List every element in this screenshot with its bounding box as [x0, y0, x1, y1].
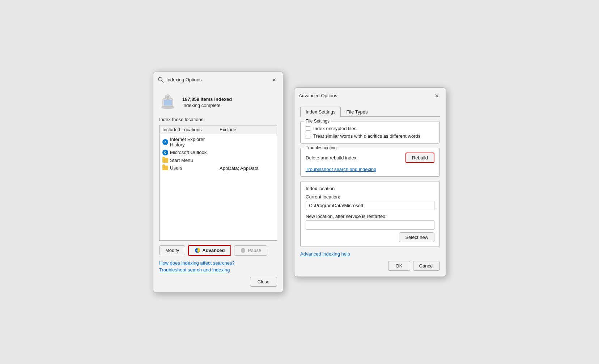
row-exclude — [220, 150, 274, 150]
index-location-header: Index location — [306, 186, 434, 191]
indexing-body: 187,859 items indexed Indexing complete.… — [153, 86, 283, 292]
search-icon — [158, 77, 164, 83]
delete-rebuild-label: Delete and rebuild index — [306, 155, 356, 160]
shield-icon — [195, 248, 200, 253]
ie-icon: e — [162, 139, 168, 145]
links-section: How does indexing affect searches? Troub… — [159, 260, 277, 273]
indexing-help-link[interactable]: How does indexing affect searches? — [159, 260, 277, 266]
adv-ok-cancel: OK Cancel — [300, 261, 440, 271]
index-status-icon — [159, 94, 177, 111]
diacritics-checkbox-row: Treat similar words with diacritics as d… — [306, 133, 434, 139]
row-name-text: Users — [170, 165, 182, 171]
rebuild-row: Delete and rebuild index Rebuild — [306, 153, 434, 163]
current-location-label: Current location: — [306, 194, 434, 200]
diacritics-label: Treat similar words with diacritics as d… — [313, 133, 420, 139]
status-label: Indexing complete. — [182, 103, 232, 108]
table-row: O Microsoft Outlook — [160, 149, 277, 157]
encrypted-label: Index encrypted files — [313, 126, 356, 131]
select-new-button[interactable]: Select new — [399, 232, 434, 242]
file-settings-section: File Settings Index encrypted files Trea… — [300, 121, 440, 144]
indexing-title-left: Indexing Options — [158, 77, 202, 83]
troubleshooting-section: Troubleshooting Delete and rebuild index… — [300, 148, 440, 177]
pause-shield-icon — [240, 248, 246, 253]
advanced-title-text: Advanced Options — [299, 93, 337, 98]
troubleshoot-link[interactable]: Troubleshoot search and indexing — [159, 267, 277, 273]
ok-button[interactable]: OK — [388, 261, 410, 271]
advanced-titlebar: Advanced Options ✕ — [294, 88, 446, 102]
close-area: Close — [159, 277, 277, 287]
pause-button-label: Pause — [248, 248, 261, 253]
table-row: e Internet Explorer History — [160, 136, 277, 149]
close-dialog-button[interactable]: Close — [250, 277, 277, 287]
encrypted-checkbox[interactable] — [306, 126, 310, 131]
new-location-input[interactable] — [306, 220, 434, 230]
tab-file-types[interactable]: File Types — [341, 107, 373, 117]
col-included-header: Included Locations — [162, 127, 220, 132]
outlook-icon: O — [162, 150, 168, 155]
rebuild-button[interactable]: Rebuild — [405, 153, 434, 163]
tabs-bar: Index Settings File Types — [300, 107, 440, 117]
advanced-title-left: Advanced Options — [299, 93, 337, 98]
row-name-text: Internet Explorer History — [170, 137, 220, 147]
tab-index-settings[interactable]: Index Settings — [300, 107, 341, 117]
advanced-button-label: Advanced — [202, 248, 225, 253]
svg-rect-4 — [164, 100, 172, 106]
table-row: Users AppData; AppData — [160, 164, 277, 172]
diacritics-checkbox[interactable] — [306, 134, 310, 138]
row-name: Users — [162, 165, 220, 171]
troubleshoot-search-link[interactable]: Troubleshoot search and indexing — [306, 167, 376, 172]
index-status-text: 187,859 items indexed Indexing complete. — [182, 97, 232, 108]
select-new-row: Select new — [306, 232, 434, 242]
indexing-titlebar: Indexing Options ✕ — [153, 72, 283, 86]
indexing-close-button[interactable]: ✕ — [270, 76, 279, 84]
folder-icon — [162, 158, 168, 163]
advanced-button[interactable]: Advanced — [188, 245, 231, 256]
folder-icon — [162, 166, 168, 170]
current-location-value: C:\ProgramData\Microsoft — [306, 201, 434, 210]
cancel-button[interactable]: Cancel — [413, 261, 440, 271]
status-count: 187,859 items indexed — [182, 97, 232, 102]
pause-button[interactable]: Pause — [234, 245, 267, 256]
locations-table: Included Locations Exclude e Internet Ex… — [159, 125, 277, 241]
svg-line-1 — [162, 81, 163, 82]
index-location-section: Index location Current location: C:\Prog… — [300, 181, 440, 247]
row-exclude — [220, 137, 274, 137]
col-exclude-header: Exclude — [220, 127, 274, 132]
indexing-title-text: Indexing Options — [166, 77, 202, 82]
advanced-close-button[interactable]: ✕ — [433, 91, 441, 100]
row-exclude — [220, 158, 274, 158]
new-location-label: New location, after service is restarted… — [306, 214, 434, 219]
table-row: Start Menu — [160, 157, 277, 164]
file-settings-label: File Settings — [304, 119, 331, 124]
dialog-buttons: Modify Advanced Pause — [159, 245, 277, 256]
indexing-header: 187,859 items indexed Indexing complete. — [159, 91, 277, 117]
advanced-body: Index Settings File Types File Settings … — [294, 102, 446, 277]
table-header: Included Locations Exclude — [160, 125, 277, 134]
encrypted-checkbox-row: Index encrypted files — [306, 126, 434, 131]
row-name: e Internet Explorer History — [162, 137, 220, 147]
adv-help-link[interactable]: Advanced indexing help — [300, 251, 350, 257]
row-name-text: Microsoft Outlook — [170, 150, 207, 155]
row-exclude: AppData; AppData — [220, 165, 274, 171]
row-name: Start Menu — [162, 158, 220, 163]
table-body: e Internet Explorer History O Microsoft … — [160, 134, 277, 174]
modify-button[interactable]: Modify — [159, 245, 185, 255]
advanced-options-dialog: Advanced Options ✕ Index Settings File T… — [294, 87, 446, 277]
locations-label: Index these locations: — [159, 117, 277, 122]
troubleshooting-label: Troubleshooting — [304, 145, 338, 150]
adv-links: Advanced indexing help — [300, 251, 440, 257]
svg-point-6 — [166, 96, 169, 99]
row-name: O Microsoft Outlook — [162, 150, 220, 155]
row-name-text: Start Menu — [170, 158, 193, 163]
indexing-options-dialog: Indexing Options ✕ 187,859 items indexed… — [153, 72, 283, 293]
